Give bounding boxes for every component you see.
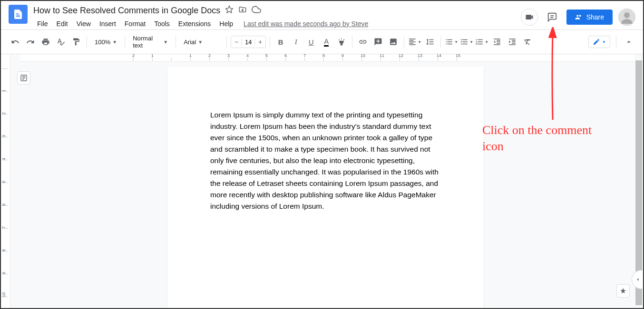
document-title[interactable]: How to See Resolved Comments in Google D…: [33, 6, 220, 16]
increase-indent-icon[interactable]: [506, 35, 519, 48]
redo-icon[interactable]: [24, 35, 37, 48]
style-select[interactable]: Normal text▼: [129, 33, 172, 51]
numbered-list-icon[interactable]: ▼: [475, 35, 488, 48]
decrease-indent-icon[interactable]: [490, 35, 504, 48]
canvas[interactable]: 21123456789101112131415 Lorem Ipsum is s…: [10, 54, 643, 309]
highlight-icon[interactable]: [335, 35, 348, 48]
header-right: Share: [521, 5, 635, 26]
text-color-icon[interactable]: A: [320, 35, 333, 48]
app-header: How to See Resolved Comments in Google D…: [1, 1, 643, 30]
bullet-list-icon[interactable]: ▼: [460, 35, 473, 48]
font-size-value[interactable]: 14: [242, 39, 255, 46]
menu-tools[interactable]: Tools: [150, 18, 174, 29]
svg-marker-0: [226, 6, 233, 13]
cloud-status-icon[interactable]: [252, 5, 261, 16]
italic-icon[interactable]: I: [289, 35, 302, 48]
menu-view[interactable]: View: [73, 18, 95, 29]
vertical-scrollbar[interactable]: [635, 60, 642, 305]
docs-logo-icon[interactable]: [9, 5, 28, 24]
font-size-control: − 14 +: [231, 36, 266, 48]
paint-format-icon[interactable]: [69, 35, 83, 48]
spellcheck-icon[interactable]: [54, 35, 68, 48]
font-select[interactable]: Arial▼: [180, 37, 223, 48]
undo-icon[interactable]: [9, 35, 22, 48]
comment-history-icon[interactable]: [544, 9, 561, 26]
outline-button[interactable]: [17, 71, 30, 85]
font-size-decrease[interactable]: −: [231, 36, 242, 48]
font-size-increase[interactable]: +: [255, 36, 265, 48]
workspace: 21123456789101112131415 Lorem Ipsum is s…: [1, 54, 643, 309]
menu-bar: File Edit View Insert Format Tools Exten…: [33, 18, 515, 29]
move-icon[interactable]: [238, 5, 247, 16]
svg-point-4: [624, 12, 630, 18]
underline-icon[interactable]: U: [304, 35, 318, 48]
vertical-ruler[interactable]: [1, 54, 10, 309]
bold-icon[interactable]: B: [274, 35, 287, 48]
add-comment-icon[interactable]: [371, 35, 385, 48]
user-avatar[interactable]: [618, 9, 635, 26]
toolbar: 100%▼ Normal text▼ Arial▼ − 14 + B I U A…: [1, 30, 643, 54]
menu-file[interactable]: File: [33, 18, 52, 29]
explore-button[interactable]: [616, 284, 630, 298]
document-page[interactable]: Lorem Ipsum is simply dummy text of the …: [167, 67, 484, 309]
menu-edit[interactable]: Edit: [53, 18, 72, 29]
zoom-select[interactable]: 100%▼: [91, 37, 121, 48]
checklist-icon[interactable]: ▼: [445, 35, 458, 48]
menu-help[interactable]: Help: [215, 18, 237, 29]
star-icon[interactable]: [225, 5, 234, 16]
collapse-toolbar-icon[interactable]: [622, 35, 635, 48]
share-label: Share: [586, 13, 604, 21]
print-icon[interactable]: [39, 35, 52, 48]
editing-mode-button[interactable]: ▼: [588, 36, 610, 48]
align-icon[interactable]: ▼: [408, 35, 421, 48]
menu-insert[interactable]: Insert: [96, 18, 120, 29]
menu-extensions[interactable]: Extensions: [175, 18, 215, 29]
insert-image-icon[interactable]: [387, 35, 400, 48]
horizontal-ruler[interactable]: 21123456789101112131415: [20, 54, 634, 62]
line-spacing-icon[interactable]: [423, 35, 437, 48]
menu-format[interactable]: Format: [121, 18, 149, 29]
header-main: How to See Resolved Comments in Google D…: [33, 5, 515, 29]
last-edit-link[interactable]: Last edit was made seconds ago by Steve: [244, 20, 368, 28]
meet-icon[interactable]: [521, 9, 538, 26]
share-button[interactable]: Share: [566, 10, 613, 25]
link-icon[interactable]: [356, 35, 370, 48]
body-text[interactable]: Lorem Ipsum is simply dummy text of the …: [210, 109, 441, 212]
clear-formatting-icon[interactable]: [521, 35, 534, 48]
